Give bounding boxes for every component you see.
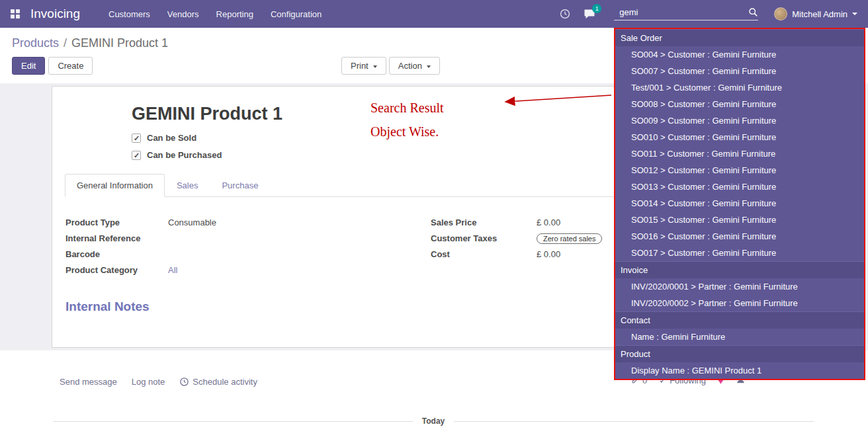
dropdown-header-product: Product xyxy=(615,345,864,362)
user-avatar xyxy=(774,7,787,20)
search-result-item[interactable]: SO004 > Customer : Gemini Furniture xyxy=(615,46,864,63)
print-menu-button[interactable]: Print xyxy=(341,57,386,75)
dropdown-header-sale-order: Sale Order xyxy=(615,29,864,46)
search-result-item[interactable]: SO013 > Customer : Gemini Furniture xyxy=(615,178,864,195)
edit-button[interactable]: Edit xyxy=(12,57,45,75)
dropdown-header-contact: Contact xyxy=(615,311,864,329)
search-result-item[interactable]: SO017 > Customer : Gemini Furniture xyxy=(615,245,864,261)
tab-sales[interactable]: Sales xyxy=(165,174,210,197)
cost-value: £ 0.00 xyxy=(537,249,560,259)
sales-price-value: £ 0.00 xyxy=(537,218,560,227)
search-result-item[interactable]: INV/2020/0001 > Partner : Gemini Furnitu… xyxy=(615,278,864,295)
activities-button[interactable] xyxy=(560,9,570,19)
search-result-item[interactable]: SO007 > Customer : Gemini Furniture xyxy=(615,63,864,79)
annotation-line-1: Search Result xyxy=(370,96,444,120)
internal-reference-label: Internal Reference xyxy=(65,233,168,243)
tab-general-information[interactable]: General Information xyxy=(65,174,165,197)
print-label: Print xyxy=(351,61,369,71)
user-menu[interactable]: Mitchell Admin xyxy=(774,7,857,20)
action-menu-button[interactable]: Action xyxy=(389,57,440,75)
divider-line xyxy=(454,421,814,422)
search-result-item[interactable]: SO012 > Customer : Gemini Furniture xyxy=(615,162,864,178)
form-action-buttons: Edit Create xyxy=(12,57,93,75)
field-group-left: Product Type Consumable Internal Referen… xyxy=(65,218,431,281)
annotation-text: Search Result Object Wise. xyxy=(370,96,444,143)
form-menu-buttons: Print Action xyxy=(341,57,440,75)
create-button[interactable]: Create xyxy=(48,57,93,75)
chevron-down-icon xyxy=(852,13,857,15)
search-result-item[interactable]: SO008 > Customer : Gemini Furniture xyxy=(615,96,864,112)
can-be-purchased-row: Can be Purchased xyxy=(132,150,282,160)
can-be-purchased-checkbox[interactable] xyxy=(132,151,141,160)
messages-button[interactable]: 1 xyxy=(584,9,595,19)
annotation-arrow-icon xyxy=(498,91,615,108)
search-results-dropdown: Sale Order SO004 > Customer : Gemini Fur… xyxy=(614,28,865,380)
breadcrumb-products-link[interactable]: Products xyxy=(12,36,59,50)
chevron-down-icon xyxy=(427,65,431,68)
action-label: Action xyxy=(398,61,422,71)
search-result-item[interactable]: INV/2020/0002 > Partner : Gemini Furnitu… xyxy=(615,295,864,311)
log-note-button[interactable]: Log note xyxy=(132,377,165,387)
search-result-item[interactable]: Display Name : GEMINI Product 1 xyxy=(615,362,864,379)
navbar-menu-item[interactable]: Configuration xyxy=(262,9,330,19)
navbar-menu: CustomersVendorsReportingConfiguration xyxy=(100,0,330,28)
clock-icon xyxy=(560,9,570,19)
dropdown-section-invoice: Invoice INV/2020/0001 > Partner : Gemini… xyxy=(615,261,864,311)
product-title: GEMINI Product 1 xyxy=(132,105,282,123)
navbar-right: 1 Mitchell Admin xyxy=(560,7,860,20)
customer-taxes-label: Customer Taxes xyxy=(431,233,537,243)
top-navbar: Invoicing CustomersVendorsReportingConfi… xyxy=(0,0,868,28)
send-message-button[interactable]: Send message xyxy=(60,377,117,387)
dropdown-items-sale-order: SO004 > Customer : Gemini FurnitureSO007… xyxy=(615,46,864,261)
navbar-menu-item[interactable]: Vendors xyxy=(159,9,208,19)
dropdown-items-contact: Name : Gemini Furniture xyxy=(615,329,864,345)
field-internal-reference: Internal Reference xyxy=(65,233,431,246)
can-be-purchased-label: Can be Purchased xyxy=(147,150,222,160)
date-divider-label: Today xyxy=(422,416,445,426)
search-result-item[interactable]: SO009 > Customer : Gemini Furniture xyxy=(615,112,864,129)
product-title-block: GEMINI Product 1 Can be Sold Can be Purc… xyxy=(132,105,282,167)
breadcrumb: Products/GEMINI Product 1 xyxy=(12,36,168,50)
search-input[interactable] xyxy=(614,7,748,17)
breadcrumb-current: GEMINI Product 1 xyxy=(71,36,168,50)
dropdown-section-product: Product Display Name : GEMINI Product 1 xyxy=(615,345,864,379)
dropdown-section-contact: Contact Name : Gemini Furniture xyxy=(615,311,864,345)
navbar-menu-item[interactable]: Customers xyxy=(100,9,159,19)
internal-notes-heading: Internal Notes xyxy=(65,299,150,314)
schedule-clock-icon xyxy=(179,377,189,387)
chatter-buttons: Send message Log note Schedule activity xyxy=(60,377,257,387)
search-result-item[interactable]: Test/001 > Customer : Gemini Furniture xyxy=(615,79,864,96)
search-result-item[interactable]: SO014 > Customer : Gemini Furniture xyxy=(615,195,864,212)
product-category-label: Product Category xyxy=(65,265,168,275)
dropdown-header-invoice: Invoice xyxy=(615,261,864,278)
user-name: Mitchell Admin xyxy=(792,9,847,19)
product-category-value[interactable]: All xyxy=(168,265,177,275)
date-divider: Today xyxy=(53,416,814,426)
product-type-label: Product Type xyxy=(65,218,168,227)
cost-label: Cost xyxy=(431,249,537,259)
divider-line xyxy=(53,421,413,422)
sales-price-label: Sales Price xyxy=(431,218,537,227)
navbar-search xyxy=(614,7,758,20)
can-be-sold-checkbox[interactable] xyxy=(132,134,141,143)
search-icon[interactable] xyxy=(748,7,758,17)
dropdown-items-product: Display Name : GEMINI Product 1 xyxy=(615,362,864,379)
navbar-menu-item[interactable]: Reporting xyxy=(208,9,262,19)
search-result-item[interactable]: SO010 > Customer : Gemini Furniture xyxy=(615,129,864,145)
schedule-activity-button[interactable]: Schedule activity xyxy=(179,377,257,387)
chevron-down-icon xyxy=(373,65,377,68)
search-result-item[interactable]: SO011 > Customer : Gemini Furniture xyxy=(615,145,864,162)
breadcrumb-separator: / xyxy=(64,36,67,50)
search-result-item[interactable]: Name : Gemini Furniture xyxy=(615,329,864,345)
messages-badge: 1 xyxy=(592,4,601,13)
field-product-type: Product Type Consumable xyxy=(65,218,431,230)
field-barcode: Barcode xyxy=(65,249,431,262)
search-result-item[interactable]: SO015 > Customer : Gemini Furniture xyxy=(615,212,864,228)
tab-purchase[interactable]: Purchase xyxy=(210,174,270,197)
search-result-item[interactable]: SO016 > Customer : Gemini Furniture xyxy=(615,228,864,245)
annotation-line-2: Object Wise. xyxy=(370,120,444,143)
can-be-sold-label: Can be Sold xyxy=(147,133,196,143)
customer-tax-tag[interactable]: Zero rated sales xyxy=(537,233,602,244)
apps-menu-icon[interactable] xyxy=(11,9,20,19)
app-name[interactable]: Invoicing xyxy=(30,7,80,21)
